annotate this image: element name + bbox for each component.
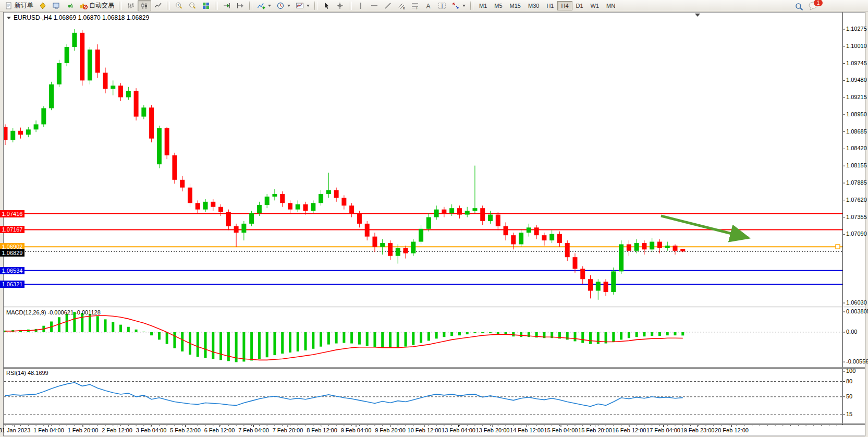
macd-hist-bar xyxy=(635,332,638,337)
candle-up xyxy=(34,124,39,129)
notification-count-badge: 1 xyxy=(814,0,823,6)
fibonacci-icon: F xyxy=(411,2,419,10)
line-chart-button[interactable] xyxy=(151,0,165,11)
candle-up xyxy=(65,47,69,63)
new-order-label: 新订单 xyxy=(15,1,33,10)
chart-title-expand-icon[interactable] xyxy=(7,17,11,19)
fibonacci-button[interactable]: F xyxy=(408,0,422,11)
autotrading-button[interactable]: 自动交易 xyxy=(77,0,117,11)
macd-hist-bar xyxy=(443,332,445,337)
timeframe-button-h1[interactable]: H1 xyxy=(543,1,557,10)
candlestick-chart-button[interactable] xyxy=(138,0,151,11)
candle-down xyxy=(165,128,169,155)
candle-down xyxy=(357,213,362,224)
timeframe-button-d1[interactable]: D1 xyxy=(572,1,587,10)
notification-button[interactable]: 1 xyxy=(808,1,820,13)
candle-up xyxy=(611,271,616,292)
profiles-button[interactable] xyxy=(36,0,50,11)
macd-hist-bar xyxy=(212,332,214,359)
svg-text:T: T xyxy=(441,3,444,9)
zoom-in-icon xyxy=(175,2,183,10)
toolbar-grip xyxy=(470,2,473,10)
macd-hist-bar xyxy=(173,332,176,348)
macd-hist-bar xyxy=(373,332,376,347)
timeframe-button-w1[interactable]: W1 xyxy=(587,1,603,10)
new-order-button[interactable]: 新订单 xyxy=(2,0,36,11)
zoom-in-button[interactable] xyxy=(172,0,186,11)
chart-shift-button[interactable] xyxy=(234,0,247,11)
candle-down xyxy=(188,188,192,203)
order-line-handle[interactable] xyxy=(836,245,840,249)
timeframe-button-m15[interactable]: M15 xyxy=(506,1,524,10)
vertical-line-icon xyxy=(357,2,365,10)
periods-button[interactable] xyxy=(274,0,293,11)
candle-down xyxy=(195,203,200,209)
signals-button[interactable] xyxy=(63,0,77,11)
candle-down xyxy=(372,237,377,247)
candle-up xyxy=(49,84,54,108)
macd-hist-bar xyxy=(397,332,399,347)
candle-up xyxy=(41,108,46,125)
macd-hist-bar xyxy=(142,332,145,332)
candle-down xyxy=(534,227,539,235)
templates-button[interactable] xyxy=(293,0,312,11)
timeframe-button-mn[interactable]: MN xyxy=(603,1,619,10)
text-label-button[interactable]: T xyxy=(435,0,449,11)
candle-down xyxy=(288,203,292,209)
terminal-button[interactable] xyxy=(50,0,63,11)
macd-hist-bar xyxy=(320,332,322,347)
macd-hist-bar xyxy=(104,319,107,332)
candle-up xyxy=(326,190,331,194)
candle-down xyxy=(365,224,370,237)
macd-hist-bar xyxy=(512,332,515,336)
trendline-button[interactable] xyxy=(381,0,395,11)
horizontal-line-button[interactable] xyxy=(368,0,381,11)
candle-up xyxy=(596,282,601,290)
zoom-out-button[interactable] xyxy=(186,0,199,11)
timeframe-button-m30[interactable]: M30 xyxy=(524,1,543,10)
chart-canvas[interactable] xyxy=(0,0,868,437)
candle-up xyxy=(634,243,639,251)
macd-hist-bar xyxy=(81,313,83,332)
vertical-line-button[interactable] xyxy=(354,0,368,11)
zoom-out-icon xyxy=(188,2,197,10)
text-button[interactable]: A xyxy=(422,0,435,11)
crosshair-button[interactable] xyxy=(333,0,347,11)
candle-down xyxy=(80,33,84,81)
candle-down xyxy=(341,198,346,205)
macd-hist-bar xyxy=(66,314,68,332)
macd-hist-bar xyxy=(612,332,615,342)
macd-hist-bar xyxy=(405,332,407,347)
signals-icon xyxy=(66,2,74,10)
macd-hist-bar xyxy=(250,332,253,360)
macd-hist-bar xyxy=(350,332,353,344)
timeframe-button-m5[interactable]: M5 xyxy=(491,1,506,10)
macd-hist-bar xyxy=(150,332,153,335)
arrows-button[interactable] xyxy=(449,0,468,11)
timeframe-button-h4[interactable]: H4 xyxy=(557,1,572,10)
indicators-button[interactable] xyxy=(254,0,274,11)
timeframe-button-m1[interactable]: M1 xyxy=(475,1,491,10)
candle-up xyxy=(272,194,277,197)
search-icon[interactable] xyxy=(794,2,804,11)
equidistant-channel-button[interactable]: E xyxy=(395,0,408,11)
candle-down xyxy=(657,242,662,248)
tile-windows-button[interactable] xyxy=(199,0,213,11)
candle-up xyxy=(619,244,624,271)
candle-up xyxy=(241,224,246,233)
macd-hist-bar xyxy=(458,332,461,335)
macd-hist-bar xyxy=(266,332,268,357)
macd-hist-bar xyxy=(258,332,261,359)
bar-chart-button[interactable] xyxy=(124,0,138,11)
candle-up xyxy=(88,50,92,80)
line-chart-icon xyxy=(154,2,162,10)
cursor-button[interactable] xyxy=(320,0,333,11)
macd-hist-bar xyxy=(674,332,676,335)
auto-scroll-button[interactable] xyxy=(220,0,234,11)
macd-hist-bar xyxy=(242,332,245,361)
svg-text:F: F xyxy=(417,6,419,10)
macd-hist-bar xyxy=(389,332,392,348)
candle-down xyxy=(180,180,185,188)
macd-hist-bar xyxy=(312,332,314,349)
macd-hist-bar xyxy=(343,332,345,343)
